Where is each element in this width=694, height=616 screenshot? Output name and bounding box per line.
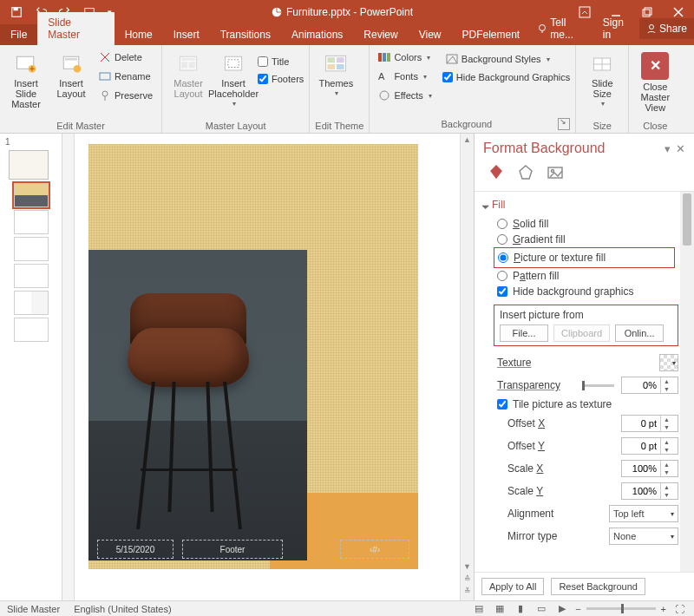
layout-thumbnail-6[interactable] bbox=[14, 318, 49, 342]
group-label-close: Close bbox=[634, 120, 676, 131]
zoom-out-button[interactable]: − bbox=[575, 604, 580, 614]
picture-mode-icon[interactable] bbox=[544, 161, 566, 184]
tile-checkbox[interactable]: Tile picture as texture bbox=[483, 396, 691, 412]
panel-scrollbar[interactable] bbox=[680, 192, 694, 572]
share-button[interactable]: Share bbox=[639, 18, 694, 39]
background-dialog-launcher[interactable] bbox=[558, 118, 570, 130]
fit-to-window-button[interactable]: ⛶ bbox=[671, 603, 687, 615]
date-placeholder[interactable]: 5/15/2020 bbox=[97, 540, 174, 559]
normal-view-icon[interactable]: ▦ bbox=[492, 603, 507, 615]
insert-placeholder-button[interactable]: Insert Placeholder bbox=[213, 49, 254, 108]
slide-size-button[interactable]: Slide Size bbox=[581, 49, 623, 108]
mirror-combo[interactable]: None▾ bbox=[609, 528, 678, 545]
tell-me-button[interactable]: Tell me... bbox=[530, 12, 596, 45]
title-checkbox[interactable]: Title bbox=[258, 54, 304, 69]
layout-thumbnail-4[interactable] bbox=[14, 264, 49, 288]
tab-pdfelement[interactable]: PDFelement bbox=[452, 24, 531, 45]
insert-online-button[interactable]: Onlin... bbox=[615, 324, 664, 342]
reset-background-button[interactable]: Reset Background bbox=[551, 578, 645, 595]
transparency-slider[interactable] bbox=[585, 384, 614, 387]
svg-rect-38 bbox=[387, 53, 390, 62]
save-button[interactable] bbox=[7, 3, 26, 22]
offset-x-spinner[interactable]: ▲▼ bbox=[621, 415, 678, 432]
scale-y-spinner[interactable]: ▲▼ bbox=[621, 482, 678, 500]
effects-button[interactable]: Effects bbox=[375, 87, 435, 104]
sign-in-button[interactable]: Sign in bbox=[596, 16, 639, 41]
tab-home[interactable]: Home bbox=[115, 24, 163, 45]
master-thumbnail[interactable] bbox=[9, 150, 49, 180]
chair-picture[interactable] bbox=[88, 250, 307, 560]
transparency-spinner[interactable]: ▲▼ bbox=[621, 377, 678, 394]
fill-mode-icon[interactable] bbox=[485, 161, 507, 184]
rename-button[interactable]: Rename bbox=[95, 68, 156, 85]
tab-review[interactable]: Review bbox=[353, 24, 408, 45]
svg-rect-35 bbox=[337, 64, 344, 69]
slide-sorter-icon[interactable]: ▮ bbox=[513, 603, 528, 615]
insert-file-button[interactable]: File... bbox=[500, 324, 548, 342]
notes-button[interactable]: ▤ bbox=[471, 603, 487, 615]
scroll-down-icon[interactable]: ▼ bbox=[462, 562, 474, 574]
panel-options-icon[interactable]: ▾ bbox=[665, 142, 671, 155]
master-layout-button[interactable]: Master Layout bbox=[167, 49, 209, 99]
slide-edit-area[interactable]: 5/15/2020 Footer ‹#› bbox=[62, 134, 460, 600]
zoom-in-button[interactable]: + bbox=[661, 604, 666, 614]
transparency-row: Transparency ▲▼ bbox=[483, 374, 691, 396]
fill-section-header[interactable]: Fill bbox=[483, 199, 691, 211]
status-language[interactable]: English (United States) bbox=[74, 604, 172, 614]
offset-y-spinner[interactable]: ▲▼ bbox=[621, 437, 678, 455]
slide-number-placeholder[interactable]: ‹#› bbox=[340, 540, 409, 559]
scale-y-row: Scale Y▲▼ bbox=[483, 480, 691, 502]
zoom-slider[interactable] bbox=[586, 607, 656, 610]
layout-thumbnail-1[interactable] bbox=[14, 183, 49, 207]
slide-canvas[interactable]: 5/15/2020 Footer ‹#› bbox=[88, 144, 418, 569]
delete-button[interactable]: Delete bbox=[95, 49, 156, 66]
thumbnail-pane[interactable]: 1 bbox=[0, 134, 62, 600]
svg-point-45 bbox=[552, 170, 554, 173]
footer-placeholder[interactable]: Footer bbox=[182, 540, 283, 559]
reading-view-icon[interactable]: ▭ bbox=[534, 603, 549, 615]
footers-checkbox[interactable]: Footers bbox=[258, 71, 304, 87]
picture-fill-highlight: Picture or texture fill bbox=[494, 247, 675, 268]
picture-fill-radio[interactable]: Picture or texture fill bbox=[498, 250, 671, 265]
scale-x-spinner[interactable]: ▲▼ bbox=[621, 460, 678, 477]
tab-view[interactable]: View bbox=[409, 24, 452, 45]
texture-picker[interactable]: ▾ bbox=[659, 354, 678, 371]
preserve-button[interactable]: Preserve bbox=[95, 87, 156, 104]
insert-slide-master-button[interactable]: Insert Slide Master bbox=[5, 49, 47, 109]
alignment-combo[interactable]: Top left▾ bbox=[609, 505, 678, 522]
slideshow-icon[interactable]: ▶ bbox=[554, 603, 570, 615]
effects-mode-icon[interactable] bbox=[514, 161, 537, 184]
insert-clipboard-button: Clipboard bbox=[553, 324, 610, 342]
tab-insert[interactable]: Insert bbox=[163, 24, 210, 45]
themes-button[interactable]: Themes bbox=[315, 49, 357, 98]
close-master-view-button[interactable]: ✕ Close Master View bbox=[634, 49, 676, 113]
layout-thumbnail-5[interactable] bbox=[14, 291, 49, 315]
prev-slide-icon[interactable]: ≙ bbox=[462, 574, 474, 587]
ribbon: Insert Slide Master Insert Layout Delete… bbox=[0, 45, 694, 134]
colors-button[interactable]: Colors bbox=[375, 49, 435, 66]
pattern-fill-radio[interactable]: Pattern fill bbox=[483, 268, 691, 284]
group-label-edit-theme: Edit Theme bbox=[315, 120, 363, 131]
edit-vertical-scrollbar[interactable]: ▲ ▼ ≙ ≚ bbox=[460, 134, 474, 600]
fonts-button[interactable]: AFonts bbox=[375, 68, 435, 85]
panel-body: Fill Solid fill Gradient fill Picture or… bbox=[475, 191, 694, 572]
gradient-fill-radio[interactable]: Gradient fill bbox=[483, 232, 691, 247]
hide-bg-graphics-panel-checkbox[interactable]: Hide background graphics bbox=[483, 284, 691, 299]
group-master-layout: Master Layout Insert Placeholder Title F… bbox=[162, 45, 310, 133]
next-slide-icon[interactable]: ≚ bbox=[462, 587, 474, 599]
hide-bg-graphics-checkbox[interactable]: Hide Background Graphics bbox=[442, 69, 570, 85]
layout-thumbnail-2[interactable] bbox=[14, 210, 49, 234]
layout-thumbnail-3[interactable] bbox=[14, 237, 49, 261]
insert-layout-button[interactable]: Insert Layout bbox=[50, 49, 92, 99]
panel-close-icon[interactable]: ✕ bbox=[676, 142, 685, 155]
offset-y-row: Offset Y▲▼ bbox=[483, 435, 691, 457]
tab-transitions[interactable]: Transitions bbox=[210, 24, 281, 45]
tab-animations[interactable]: Animations bbox=[281, 24, 353, 45]
solid-fill-radio[interactable]: Solid fill bbox=[483, 216, 691, 232]
tab-slide-master[interactable]: Slide Master bbox=[37, 12, 114, 45]
share-icon bbox=[646, 23, 657, 34]
background-styles-button[interactable]: Background Styles bbox=[442, 50, 570, 68]
apply-to-all-button[interactable]: Apply to All bbox=[481, 578, 544, 595]
scroll-up-icon[interactable]: ▲ bbox=[462, 135, 474, 147]
tab-file[interactable]: File bbox=[0, 24, 37, 45]
